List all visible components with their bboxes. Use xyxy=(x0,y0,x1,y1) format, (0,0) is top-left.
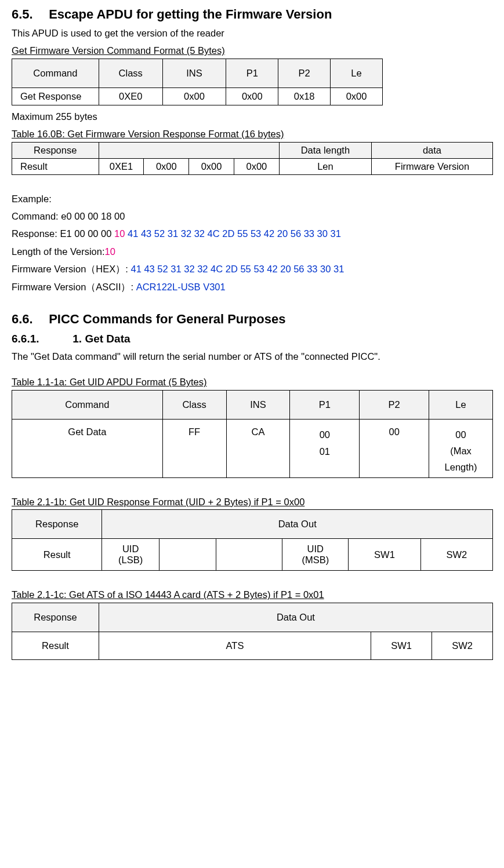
table-row: Response Data length data xyxy=(12,142,493,158)
fw-ascii-prefix: Firmware Version（ASCII）: xyxy=(12,282,136,292)
example-label: Example: xyxy=(12,191,492,206)
section-6-6-heading: 6.6. PICC Commands for General Purposes xyxy=(12,312,492,327)
table-row: Result UID (LSB) UID (MSB) SW1 SW2 xyxy=(12,539,493,571)
th-le: Le xyxy=(429,390,493,419)
table-row: Result 0XE1 0x00 0x00 0x00 Len Firmware … xyxy=(12,158,493,174)
resp-format-caption: Table 16.0B: Get Firmware Version Respon… xyxy=(12,126,492,141)
th-dataout: Data Out xyxy=(102,510,493,539)
td-command: Get Data xyxy=(12,419,163,477)
th-class: Class xyxy=(99,59,162,87)
th-command: Command xyxy=(12,390,163,419)
th-response: Response xyxy=(12,510,102,539)
th-p2: P2 xyxy=(278,59,331,87)
fw-ascii-line: Firmware Version（ASCII）: ACR122L-USB V30… xyxy=(12,279,492,294)
cmd-format-table: Command Class INS P1 P2 Le Get Response … xyxy=(12,59,383,105)
table-row: Result ATS SW1 SW2 xyxy=(12,632,493,659)
td-b2: 0x00 xyxy=(144,158,189,174)
section-title: Escape APDU for getting the Firmware Ver… xyxy=(49,7,332,21)
resp-format-table: Response Data length data Result 0XE1 0x… xyxy=(12,142,493,175)
th-class: Class xyxy=(162,390,226,419)
td-len: Len xyxy=(279,158,371,174)
td-command: Get Response xyxy=(12,87,99,105)
len-prefix: Length of the Version: xyxy=(12,246,105,257)
t1a-table: Command Class INS P1 P2 Le Get Data FF C… xyxy=(12,390,493,478)
t1b-caption: Table 2.1-1b: Get UID Response Format (U… xyxy=(12,494,492,509)
th-response: Response xyxy=(12,603,99,632)
td-sw1: SW1 xyxy=(349,539,420,571)
t1a-caption: Table 1.1-1a: Get UID APDU Format (5 Byt… xyxy=(12,374,492,389)
table-row: Command Class INS P1 P2 Le xyxy=(12,390,493,419)
section-6-5-heading: 6.5. Escape APDU for getting the Firmwar… xyxy=(12,7,492,22)
td-class: 0XE0 xyxy=(99,87,162,105)
td-class: FF xyxy=(162,419,226,477)
th-p1: P1 xyxy=(226,59,278,87)
section-6-6-1-heading: 6.6.1. 1. Get Data xyxy=(12,333,492,345)
section-6-6-1-intro: The "Get Data command" will return the s… xyxy=(12,349,492,364)
resp-prefix: Response: E1 00 00 00 xyxy=(12,228,114,239)
th-response: Response xyxy=(12,142,99,158)
example-response: Response: E1 00 00 00 10 41 43 52 31 32 … xyxy=(12,226,492,241)
th-datalen: Data length xyxy=(279,142,371,158)
table-row: Command Class INS P1 P2 Le xyxy=(12,59,383,87)
subsection-title: 1. Get Data xyxy=(72,333,130,345)
th-dataout: Data Out xyxy=(99,603,492,632)
resp-hex-blue: 41 43 52 31 32 32 4C 2D 55 53 42 20 56 3… xyxy=(125,228,340,239)
td-blank2 xyxy=(216,539,282,571)
len-val: 10 xyxy=(105,246,115,257)
resp-len-pink: 10 xyxy=(114,228,125,239)
fw-hex-prefix: Firmware Version（HEX）: xyxy=(12,264,130,274)
subsection-number: 6.6.1. xyxy=(12,333,70,345)
td-le: 0x00 xyxy=(331,87,383,105)
td-p2: 0x18 xyxy=(278,87,331,105)
section-6-5-intro: This APUD is used to get the version of … xyxy=(12,25,492,41)
example-length: Length of the Version:10 xyxy=(12,244,492,259)
td-b4: 0x00 xyxy=(234,158,279,174)
max-bytes-text: Maximum 255 bytes xyxy=(12,109,492,124)
th-command: Command xyxy=(12,59,99,87)
fw-ascii-val: ACR122L-USB V301 xyxy=(136,282,226,292)
td-sw2: SW2 xyxy=(420,539,492,571)
fw-hex-line: Firmware Version（HEX）: 41 43 52 31 32 32… xyxy=(12,261,492,276)
td-result: Result xyxy=(12,632,99,659)
td-b1: 0XE1 xyxy=(99,158,144,174)
td-p1: 00 01 xyxy=(290,419,360,477)
td-result: Result xyxy=(12,158,99,174)
th-le: Le xyxy=(331,59,383,87)
t1c-table: Response Data Out Result ATS SW1 SW2 xyxy=(12,603,493,660)
td-b3: 0x00 xyxy=(189,158,234,174)
td-uidmsb: UID (MSB) xyxy=(282,539,349,571)
table-row: Get Data FF CA 00 01 00 00 (Max Length) xyxy=(12,419,493,477)
td-ins: CA xyxy=(226,419,290,477)
th-p2: P2 xyxy=(360,390,429,419)
table-row: Response Data Out xyxy=(12,603,493,632)
example-command: Command: e0 00 00 18 00 xyxy=(12,209,492,224)
td-sw1: SW1 xyxy=(371,632,432,659)
th-ins: INS xyxy=(226,390,290,419)
td-p2: 00 xyxy=(360,419,429,477)
td-ats: ATS xyxy=(99,632,371,659)
td-p1: 0x00 xyxy=(226,87,278,105)
th-data: data xyxy=(371,142,492,158)
t1c-caption: Table 2.1-1c: Get ATS of a ISO 14443 A c… xyxy=(12,587,492,602)
section-number: 6.6. xyxy=(12,312,45,327)
td-fwver: Firmware Version xyxy=(371,158,492,174)
t1b-table: Response Data Out Result UID (LSB) UID (… xyxy=(12,509,493,571)
cmd-format-caption: Get Firmware Version Command Format (5 B… xyxy=(12,43,492,58)
td-uidlsb: UID (LSB) xyxy=(102,539,159,571)
th-blank xyxy=(99,142,279,158)
th-ins: INS xyxy=(162,59,226,87)
table-row: Get Response 0XE0 0x00 0x00 0x18 0x00 xyxy=(12,87,383,105)
section-title: PICC Commands for General Purposes xyxy=(49,312,285,326)
table-row: Response Data Out xyxy=(12,510,493,539)
th-p1: P1 xyxy=(290,390,360,419)
section-number: 6.5. xyxy=(12,7,45,22)
td-sw2: SW2 xyxy=(432,632,493,659)
td-result: Result xyxy=(12,539,102,571)
td-ins: 0x00 xyxy=(162,87,226,105)
td-le: 00 (Max Length) xyxy=(429,419,493,477)
fw-hex-val: 41 43 52 31 32 32 4C 2D 55 53 42 20 56 3… xyxy=(130,264,344,274)
td-blank1 xyxy=(159,539,216,571)
